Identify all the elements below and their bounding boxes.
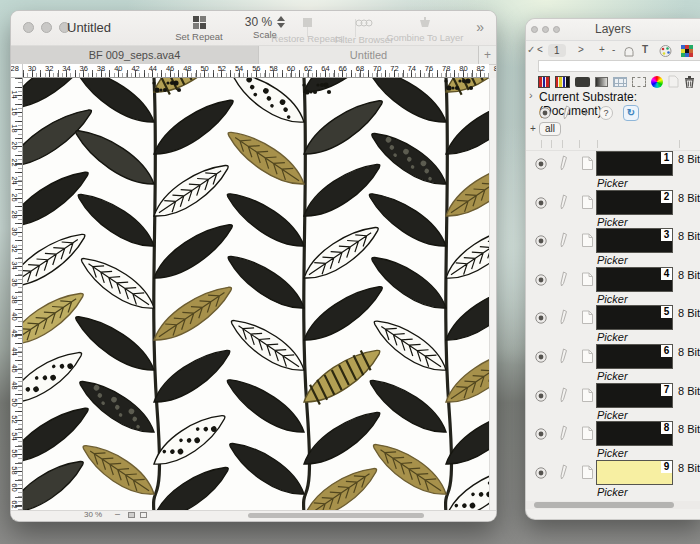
layer-color-swatch[interactable]: 9	[596, 460, 673, 485]
all-button[interactable]: all	[539, 122, 561, 136]
pattern-canvas[interactable]	[23, 78, 489, 513]
trash-icon[interactable]	[684, 75, 695, 88]
combine-to-layer-button[interactable]: Combine To Layer	[383, 15, 467, 44]
layer-edit-pencil-icon[interactable]	[559, 271, 569, 287]
cmyk-channels-icon[interactable]	[555, 76, 570, 88]
horizontal-scrollbar[interactable]	[248, 513, 424, 518]
check-icon: ✓	[527, 44, 535, 55]
panel-scrollbar-track[interactable]	[526, 501, 700, 509]
layer-row[interactable]: 3 8 Bit Picker	[526, 228, 700, 267]
layer-visibility-eye-icon[interactable]	[534, 350, 548, 364]
layer-page-icon[interactable]	[581, 349, 594, 364]
layer-row[interactable]: 2 8 Bit Picker	[526, 190, 700, 229]
solid-fill-icon[interactable]	[575, 77, 590, 87]
layer-color-swatch[interactable]: 5	[596, 305, 673, 330]
layer-page-icon[interactable]	[581, 310, 594, 325]
layer-row[interactable]: 4 8 Bit Picker	[526, 267, 700, 306]
layer-row[interactable]: 6 8 Bit Picker	[526, 344, 700, 383]
ruler-number: 34	[62, 64, 70, 73]
layer-visibility-eye-icon[interactable]	[534, 311, 548, 325]
zoom-panel-button[interactable]	[553, 26, 560, 33]
text-tool-button[interactable]: T	[642, 44, 648, 55]
vertical-scrollbar[interactable]	[489, 78, 497, 513]
zoom-out-button[interactable]: –	[115, 509, 120, 519]
remove-layer-button[interactable]: -	[612, 44, 615, 55]
layer-color-swatch[interactable]: 3	[596, 228, 673, 253]
gradient-icon[interactable]	[595, 77, 608, 87]
layer-edit-pencil-icon[interactable]	[559, 425, 569, 441]
toolbar-overflow-button[interactable]: »	[476, 19, 484, 35]
layer-row[interactable]: 7 8 Bit Picker	[526, 383, 700, 422]
set-repeat-button[interactable]: Set Repeat	[169, 15, 229, 43]
pencil-icon[interactable]	[562, 105, 572, 120]
layer-row[interactable]: 9 8 Bit Picker	[526, 460, 700, 499]
layer-row[interactable]: 8 8 Bit Picker	[526, 421, 700, 460]
layer-name-field[interactable]	[538, 60, 700, 72]
help-button[interactable]: ?	[599, 106, 613, 120]
layer-bit-depth: 8 Bit	[678, 462, 700, 474]
minimize-window-button[interactable]	[41, 22, 52, 33]
ruler-number: 78	[442, 64, 450, 73]
layer-edit-pencil-icon[interactable]	[559, 155, 569, 171]
layer-page-icon[interactable]	[581, 272, 594, 287]
layer-color-swatch[interactable]: 4	[596, 267, 673, 292]
layer-index-field[interactable]: 1	[548, 44, 566, 57]
layer-row[interactable]: 1 8 Bit Picker	[526, 151, 700, 190]
layer-edit-pencil-icon[interactable]	[559, 194, 569, 210]
layer-page-icon[interactable]	[581, 465, 594, 480]
minimize-panel-button[interactable]	[542, 26, 549, 33]
layer-color-swatch[interactable]: 8	[596, 421, 673, 446]
panel-scrollbar-thumb[interactable]	[534, 502, 674, 508]
layer-page-icon[interactable]	[581, 426, 594, 441]
layer-edit-pencil-icon[interactable]	[559, 232, 569, 248]
layer-edit-pencil-icon[interactable]	[559, 348, 569, 364]
dome-tool-icon[interactable]	[623, 45, 635, 57]
layer-page-icon[interactable]	[581, 195, 594, 210]
layer-page-icon[interactable]	[581, 388, 594, 403]
layer-visibility-eye-icon[interactable]	[534, 196, 548, 210]
layer-edit-pencil-icon[interactable]	[559, 387, 569, 403]
layer-edit-pencil-icon[interactable]	[559, 309, 569, 325]
selection-marquee-icon[interactable]	[632, 77, 646, 87]
layer-color-swatch[interactable]: 2	[596, 190, 673, 215]
disclosure-chevron-icon[interactable]: ›	[529, 89, 533, 101]
close-window-button[interactable]	[23, 22, 34, 33]
fit-width-icon[interactable]	[140, 512, 147, 518]
fit-page-icon[interactable]	[128, 512, 135, 518]
add-layer-button[interactable]: +	[599, 44, 605, 55]
layer-page-icon[interactable]	[581, 156, 594, 171]
layer-page-icon[interactable]	[581, 233, 594, 248]
layer-color-swatch[interactable]: 6	[596, 344, 673, 369]
mosaic-icon[interactable]	[681, 45, 693, 57]
layer-row[interactable]: 5 8 Bit Picker	[526, 305, 700, 344]
eye-icon[interactable]	[538, 106, 552, 120]
zoom-level-value[interactable]: 30 %	[84, 510, 102, 519]
layer-visibility-eye-icon[interactable]	[534, 427, 548, 441]
plus-icon[interactable]: +	[530, 123, 536, 134]
layer-visibility-eye-icon[interactable]	[534, 273, 548, 287]
ruler-number: 28	[10, 208, 19, 220]
layer-edit-pencil-icon[interactable]	[559, 464, 569, 480]
next-layer-button[interactable]: >	[578, 44, 584, 55]
layer-color-swatch[interactable]: 7	[596, 383, 673, 408]
palette-icon[interactable]	[659, 45, 672, 57]
sync-icon[interactable]: ↻	[623, 105, 639, 121]
new-tab-button[interactable]: +	[479, 46, 496, 64]
ruler-number: 58	[269, 64, 277, 73]
color-wheel-icon[interactable]	[651, 76, 663, 88]
ruler-number: 30	[10, 225, 19, 237]
add-icon[interactable]: +	[582, 106, 589, 120]
close-panel-button[interactable]	[531, 26, 538, 33]
layer-visibility-eye-icon[interactable]	[534, 389, 548, 403]
layers-panel-window: Layers ✓ < 1 > + - T	[525, 18, 700, 520]
blank-page-icon[interactable]	[668, 75, 679, 88]
tab-bf009-seps[interactable]: BF 009_seps.ava4	[11, 46, 259, 64]
table-grid-icon[interactable]	[613, 77, 627, 87]
tab-untitled[interactable]: Untitled	[259, 46, 479, 64]
prev-layer-button[interactable]: <	[537, 44, 543, 55]
rgb-channels-icon[interactable]	[538, 76, 550, 88]
layer-visibility-eye-icon[interactable]	[534, 466, 548, 480]
layer-visibility-eye-icon[interactable]	[534, 157, 548, 171]
layer-visibility-eye-icon[interactable]	[534, 234, 548, 248]
layer-color-swatch[interactable]: 1	[596, 151, 673, 176]
